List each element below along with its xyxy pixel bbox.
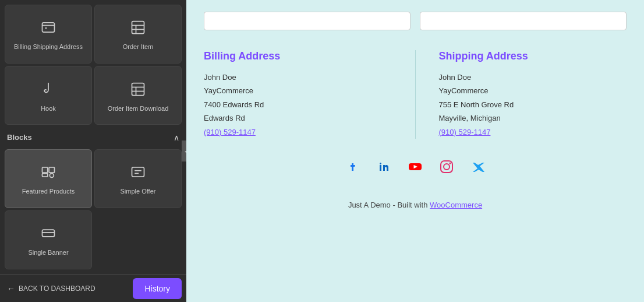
block-order-item-download[interactable]: Order Item Download — [94, 66, 182, 125]
shipping-address-block: Shipping Address John Doe YayCommerce 75… — [439, 50, 627, 139]
hook-svg — [40, 81, 56, 97]
youtube-svg — [407, 159, 423, 175]
order-item-download-icon — [130, 81, 146, 101]
block-hook-label: Hook — [41, 104, 56, 113]
billing-shipping-svg — [40, 19, 56, 36]
instagram-icon[interactable] — [436, 156, 457, 177]
block-simple-offer[interactable]: Simple Offer — [94, 149, 182, 208]
single-banner-icon — [40, 225, 56, 245]
panel-handle-icon: ◀ — [185, 148, 186, 154]
footer-section: Just A Demo - Built with WooCommerce — [204, 201, 627, 209]
shipping-company: YayCommerce — [439, 84, 627, 97]
address-section: Billing Address John Doe YayCommerce 740… — [204, 50, 627, 139]
youtube-icon[interactable] — [405, 156, 426, 177]
block-hook[interactable]: Hook — [5, 66, 92, 125]
facebook-icon[interactable] — [342, 156, 363, 177]
block-order-item-label: Order Item — [123, 43, 154, 51]
svg-point-23 — [380, 163, 381, 164]
blocks-title: Blocks — [7, 133, 32, 142]
back-dashboard-button[interactable]: ← BACK TO DASHBOARD — [0, 275, 128, 302]
svg-rect-3 — [132, 22, 144, 34]
top-input-right[interactable] — [420, 12, 627, 30]
hook-icon — [40, 81, 56, 101]
simple-offer-icon — [130, 164, 146, 184]
top-input-left[interactable] — [204, 12, 411, 30]
svg-rect-12 — [49, 167, 54, 173]
svg-rect-11 — [43, 167, 48, 173]
linkedin-svg — [376, 159, 392, 175]
svg-rect-7 — [132, 83, 144, 95]
order-item-icon — [130, 19, 146, 39]
block-order-item-download-label: Order Item Download — [108, 104, 169, 113]
collapse-icon[interactable]: ∧ — [174, 133, 179, 142]
facebook-svg — [344, 159, 360, 175]
back-arrow-icon: ← — [7, 284, 15, 293]
svg-rect-18 — [43, 230, 55, 237]
social-icons-section — [204, 156, 627, 177]
shipping-address-title: Shipping Address — [439, 50, 627, 62]
footer-text: Just A Demo - Built with — [348, 201, 430, 209]
billing-company: YayCommerce — [204, 84, 392, 97]
featured-products-icon — [40, 164, 56, 184]
history-label: History — [144, 284, 170, 293]
shipping-phone[interactable]: (910) 529-1147 — [439, 125, 627, 139]
history-button[interactable]: History — [133, 278, 182, 299]
billing-name: John Doe — [204, 71, 392, 84]
block-billing-shipping-label: Billing Shipping Address — [14, 43, 83, 51]
shipping-address2: Mayville, Michigan — [439, 111, 627, 125]
twitter-svg — [470, 159, 486, 175]
order-item-svg — [130, 19, 146, 36]
block-featured-products[interactable]: Featured Products — [5, 149, 92, 208]
twitter-icon[interactable] — [468, 156, 489, 177]
block-single-banner[interactable]: Single Banner — [5, 210, 92, 269]
block-simple-offer-label: Simple Offer — [121, 187, 156, 195]
blocks-grid: Billing Shipping Address Order Item Hook — [0, 0, 186, 274]
block-featured-products-label: Featured Products — [22, 187, 75, 195]
block-single-banner-label: Single Banner — [28, 248, 68, 257]
billing-address-title: Billing Address — [204, 50, 392, 62]
single-banner-svg — [40, 225, 56, 241]
shipping-address-text: John Doe YayCommerce 755 E North Grove R… — [439, 71, 627, 139]
block-billing-shipping[interactable]: Billing Shipping Address — [5, 5, 92, 64]
svg-rect-13 — [43, 173, 48, 177]
billing-address1: 7400 Edwards Rd — [204, 98, 392, 111]
block-order-item[interactable]: Order Item — [94, 5, 182, 64]
sidebar: Billing Shipping Address Order Item Hook — [0, 0, 186, 302]
panel-collapse-handle[interactable]: ◀ — [182, 141, 186, 161]
featured-products-svg — [40, 164, 56, 180]
svg-rect-22 — [380, 165, 381, 171]
linkedin-icon[interactable] — [373, 156, 394, 177]
sidebar-bottom: ← BACK TO DASHBOARD History — [0, 274, 186, 302]
main-content: Billing Address John Doe YayCommerce 740… — [186, 0, 644, 302]
top-inputs-row — [204, 12, 627, 30]
billing-address-block: Billing Address John Doe YayCommerce 740… — [204, 50, 392, 139]
blocks-section-header: Blocks ∧ — [5, 127, 182, 146]
billing-address-text: John Doe YayCommerce 7400 Edwards Rd Edw… — [204, 71, 392, 139]
svg-rect-0 — [43, 23, 55, 32]
instagram-svg — [438, 159, 455, 175]
address-divider — [415, 50, 416, 139]
billing-address2: Edwards Rd — [204, 111, 392, 125]
order-item-download-svg — [130, 81, 146, 97]
shipping-name: John Doe — [439, 71, 627, 84]
svg-point-14 — [49, 173, 54, 177]
billing-shipping-icon — [40, 19, 56, 39]
svg-point-28 — [450, 162, 451, 164]
billing-phone[interactable]: (910) 529-1147 — [204, 125, 392, 139]
back-dashboard-label: BACK TO DASHBOARD — [19, 285, 95, 293]
shipping-address1: 755 E North Grove Rd — [439, 98, 627, 111]
footer-link[interactable]: WooCommerce — [430, 201, 482, 209]
simple-offer-svg — [130, 164, 146, 180]
svg-point-27 — [444, 164, 450, 170]
svg-rect-15 — [132, 167, 144, 177]
